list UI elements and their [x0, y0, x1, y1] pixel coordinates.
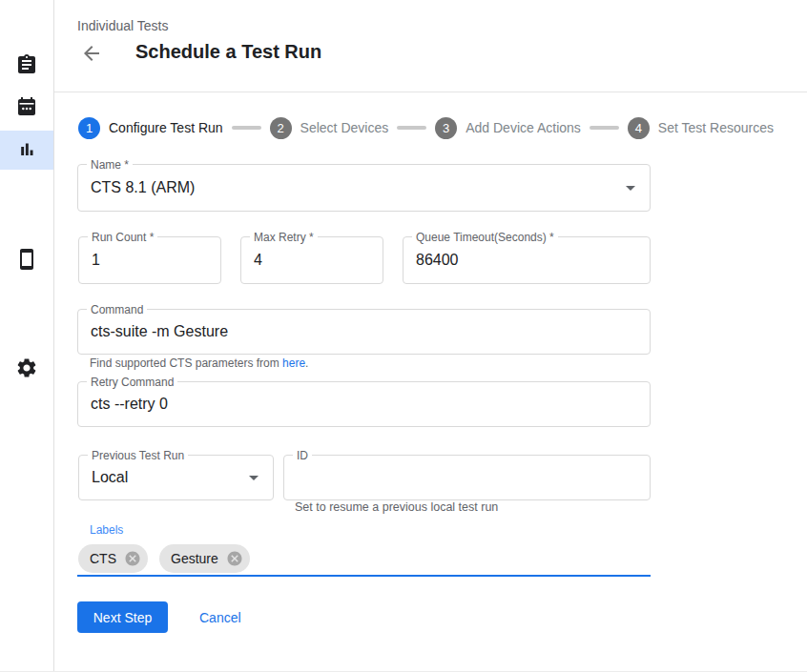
- app-window: Individual Tests Schedule a Test Run 1 C…: [0, 0, 807, 672]
- step-select-devices[interactable]: 2 Select Devices: [270, 117, 389, 139]
- step-configure-test-run[interactable]: 1 Configure Test Run: [78, 117, 223, 139]
- header-divider: [54, 92, 807, 92]
- step-add-device-actions[interactable]: 3 Add Device Actions: [435, 117, 581, 139]
- stepper: 1 Configure Test Run 2 Select Devices 3 …: [78, 116, 774, 139]
- field-value: CTS 8.1 (ARM): [91, 165, 195, 211]
- step-label: Set Test Resources: [658, 120, 774, 135]
- label-chip: Gesture: [159, 544, 250, 573]
- calendar-icon: [15, 95, 38, 122]
- chip-remove-icon[interactable]: [124, 550, 141, 567]
- step-number-badge: 2: [270, 117, 292, 139]
- cancel-button[interactable]: Cancel: [187, 601, 254, 633]
- back-arrow-icon[interactable]: [80, 42, 103, 65]
- step-set-test-resources[interactable]: 4 Set Test Resources: [628, 117, 774, 139]
- chip-text: Gesture: [171, 551, 218, 566]
- step-number-badge: 4: [628, 117, 650, 139]
- sidebar-item-tests[interactable]: [0, 47, 53, 86]
- sidebar-item-test-runs[interactable]: [0, 131, 53, 170]
- retry-command-field: Retry Command: [77, 381, 651, 427]
- here-link[interactable]: here: [282, 356, 305, 370]
- run-count-field: Run Count *: [78, 236, 221, 284]
- command-helper-text: Find supported CTS parameters from here.: [90, 356, 308, 370]
- step-label: Add Device Actions: [466, 120, 581, 135]
- step-connector: [232, 126, 261, 130]
- command-field: Command: [77, 309, 651, 355]
- helper-suffix: .: [305, 356, 308, 370]
- step-connector: [590, 126, 619, 130]
- page-title: Schedule a Test Run: [135, 41, 321, 63]
- settings-gear-icon: [15, 356, 38, 383]
- command-input[interactable]: [78, 310, 650, 354]
- queue-timeout-input[interactable]: [404, 237, 650, 283]
- step-number-badge: 1: [78, 117, 100, 139]
- step-connector: [397, 126, 426, 130]
- helper-prefix: Find supported CTS parameters from: [90, 356, 282, 370]
- sidebar: [0, 0, 54, 672]
- id-helper-text: Set to resume a previous local test run: [295, 500, 498, 514]
- bar-chart-icon: [15, 137, 38, 164]
- labels-focus-underline: [77, 575, 651, 577]
- field-value: Local: [92, 456, 128, 499]
- sidebar-item-settings[interactable]: [0, 350, 53, 389]
- queue-timeout-field: Queue Timeout(Seconds) *: [403, 236, 651, 284]
- labels-label: Labels: [90, 523, 123, 537]
- chip-text: CTS: [90, 551, 116, 566]
- step-number-badge: 3: [435, 117, 457, 139]
- name-select[interactable]: Name * CTS 8.1 (ARM): [77, 164, 651, 212]
- breadcrumb: Individual Tests: [77, 18, 168, 33]
- run-count-input[interactable]: [79, 237, 220, 283]
- id-field: ID: [283, 455, 651, 500]
- next-step-button[interactable]: Next Step: [77, 601, 168, 633]
- clipboard-tests-icon: [15, 53, 38, 80]
- chevron-down-icon[interactable]: [619, 176, 642, 199]
- id-input[interactable]: [284, 456, 650, 499]
- max-retry-input[interactable]: [241, 237, 383, 283]
- step-label: Select Devices: [300, 120, 389, 135]
- max-retry-field: Max Retry *: [240, 236, 383, 284]
- previous-test-run-select[interactable]: Previous Test Run Local: [78, 455, 274, 500]
- chevron-down-icon[interactable]: [242, 466, 265, 489]
- retry-command-input[interactable]: [78, 382, 650, 426]
- smartphone-icon: [15, 248, 38, 275]
- labels-input[interactable]: CTS Gesture: [78, 544, 261, 573]
- chip-remove-icon[interactable]: [226, 550, 243, 567]
- sidebar-item-test-plans[interactable]: [0, 89, 53, 128]
- sidebar-item-devices[interactable]: [0, 241, 53, 280]
- label-chip: CTS: [78, 544, 148, 573]
- step-label: Configure Test Run: [109, 120, 223, 135]
